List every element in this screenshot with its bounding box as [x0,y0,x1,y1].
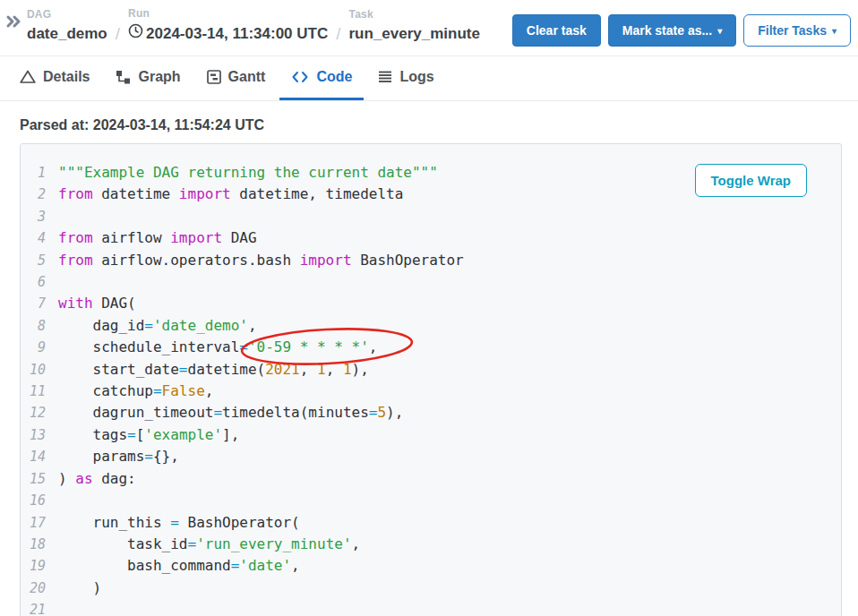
line-number: 21 [21,599,58,616]
line-number: 16 [21,490,58,511]
mark-state-label: Mark state as... [622,23,712,38]
code-line: 16 [21,490,841,511]
code-line: 19 bash_command='date', [21,555,841,577]
code-line-text: dag_id='date_demo', [58,315,257,337]
line-number: 11 [21,381,58,402]
filter-tasks-label: Filter Tasks [758,23,827,38]
task-name-link[interactable]: run_every_minute [349,21,480,46]
code-line: 21 [21,599,841,616]
code-line: 12 dagrun_timeout=timedelta(minutes=5), [21,402,841,424]
code-line: 3 [21,206,841,227]
code-brackets-icon [291,71,309,83]
code-line: 20 ) [21,578,841,599]
code-line-text: ) as dag: [58,468,136,490]
breadcrumb-dag: DAG date_demo [27,8,107,46]
code-line-text: tags=['example'], [58,424,239,446]
toggle-wrap-button[interactable]: Toggle Wrap [695,164,807,197]
line-number: 2 [21,184,58,205]
parsed-at-text: Parsed at: 2024-03-14, 11:54:24 UTC [20,117,264,133]
code-line-text: """Example DAG returning the current dat… [58,162,438,184]
run-label: Run [128,7,328,21]
tab-label: Gantt [228,69,266,85]
code-line-text: ) [58,578,101,599]
line-number: 4 [21,227,58,249]
clear-task-button[interactable]: Clear task [512,14,601,47]
line-number: 10 [21,359,58,381]
breadcrumb: DAG date_demo / Run 2024-03-14, 11:34:00… [27,7,480,46]
line-number: 8 [21,315,58,337]
code-line-text: bash_command='date', [58,555,300,577]
code-line-text: from datetime import datetime, timedelta [58,184,403,205]
breadcrumb-run: Run 2024-03-14, 11:34:00 UTC [128,7,328,46]
caret-down-icon: ▾ [832,26,837,36]
code-line-text: start_date=datetime(2021, 1, 1), [58,359,369,381]
caret-down-icon: ▾ [717,26,722,36]
code-line-text: dagrun_timeout=timedelta(minutes=5), [58,402,403,424]
line-number: 5 [21,250,58,271]
code-line: 5from airflow.operators.bash import Bash… [21,250,841,271]
header: DAG date_demo / Run 2024-03-14, 11:34:00… [0,0,858,56]
code-line: 9 schedule_interval='0-59 * * * *', [21,337,841,358]
tab-bar: Details Graph Gantt [0,56,858,101]
line-number: 7 [21,293,58,314]
line-number: 15 [21,468,58,490]
tab-label: Code [316,69,352,85]
dag-name-link[interactable]: date_demo [27,21,107,46]
line-number: 13 [21,424,58,446]
code-panel: Toggle Wrap 1"""Example DAG returning th… [20,143,842,616]
code-line-text: task_id='run_every_minute', [58,534,360,555]
line-number: 14 [21,446,58,467]
code-line: 8 dag_id='date_demo', [21,315,841,337]
line-number: 19 [21,555,58,577]
code-line-text: catchup=False, [58,381,213,402]
code-line-text: from airflow.operators.bash import BashO… [58,250,464,271]
code-line: 14 params={}, [21,446,841,467]
code-line: 15) as dag: [21,468,841,490]
filter-tasks-dropdown[interactable]: Filter Tasks▾ [743,14,851,47]
double-chevron-icon[interactable] [4,12,24,35]
tab-details[interactable]: Details [20,56,101,100]
code-line: 7with DAG( [21,293,841,314]
warning-triangle-icon [20,70,36,84]
line-number: 17 [21,512,58,534]
code-line-text: with DAG( [58,293,136,314]
line-number: 18 [21,534,58,555]
code-line: 17 run_this = BashOperator( [21,512,841,534]
tab-label: Logs [399,69,433,85]
tab-code[interactable]: Code [279,56,364,100]
line-number: 20 [21,578,58,599]
code-line: 10 start_date=datetime(2021, 1, 1), [21,359,841,381]
code-lines: 1"""Example DAG returning the current da… [21,144,841,616]
log-lines-icon [378,71,392,83]
code-line: 4from airflow import DAG [21,227,841,249]
line-number: 1 [21,162,58,184]
line-number: 3 [21,206,58,227]
dag-label: DAG [27,8,107,21]
tab-label: Details [43,69,90,85]
code-line: 13 tags=['example'], [21,424,841,446]
code-line: 11 catchup=False, [21,381,841,402]
mark-state-dropdown[interactable]: Mark state as...▾ [608,14,736,47]
breadcrumb-task: Task run_every_minute [349,8,480,46]
code-line: 6 [21,271,841,293]
graph-nodes-icon [116,70,131,84]
gantt-chart-icon [207,70,221,84]
breadcrumb-separator: / [336,21,340,46]
line-number: 9 [21,337,58,358]
tab-logs[interactable]: Logs [366,56,445,100]
tab-label: Graph [138,69,180,85]
tab-graph[interactable]: Graph [104,56,192,100]
tab-gantt[interactable]: Gantt [195,56,278,100]
code-line: 18 task_id='run_every_minute', [21,534,841,555]
breadcrumb-separator: / [116,21,120,46]
clock-icon [128,21,143,46]
code-line-text: schedule_interval='0-59 * * * *', [58,337,377,358]
code-line-text: run_this = BashOperator( [58,512,300,534]
task-actions: Clear task Mark state as...▾ Filter Task… [512,14,851,47]
line-number: 6 [21,271,58,293]
run-date-text: 2024-03-14, 11:34:00 UTC [146,21,328,46]
task-label: Task [349,8,480,21]
run-date-link[interactable]: 2024-03-14, 11:34:00 UTC [128,21,328,46]
code-line-text: from airflow import DAG [58,227,257,249]
code-line-text: params={}, [58,446,179,467]
